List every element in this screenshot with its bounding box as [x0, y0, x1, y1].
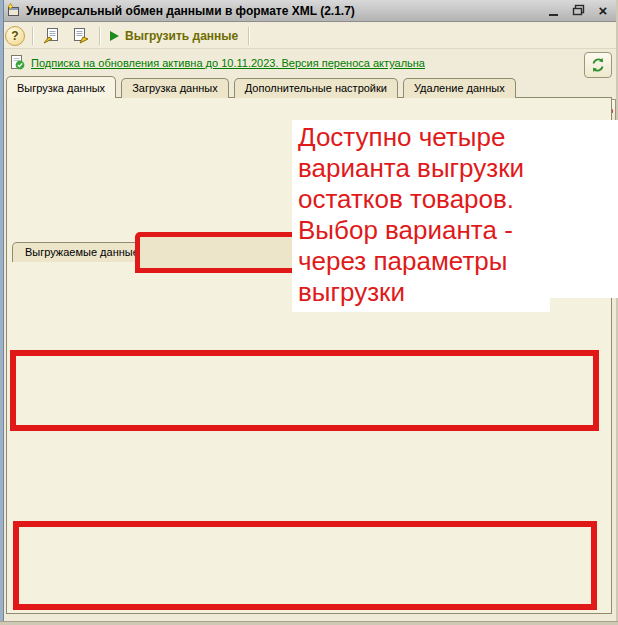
title-bar: Универсальный обмен данными в формате XM… — [0, 0, 618, 22]
app-window: Универсальный обмен данными в формате XM… — [0, 0, 618, 625]
play-icon — [110, 31, 119, 41]
annotation-text: Доступно четыре варианта выгрузки остатк… — [298, 122, 618, 308]
window-border — [0, 621, 618, 625]
restore-icon[interactable] — [572, 4, 586, 18]
window-title: Универсальный обмен данными в формате XM… — [26, 4, 548, 18]
minimize-icon[interactable] — [548, 4, 562, 18]
document-arrow-in-icon — [43, 27, 61, 44]
refresh-icon — [590, 57, 606, 73]
tab-exported-data[interactable]: Выгружаемые данные — [12, 242, 152, 262]
tab-delete-data[interactable]: Удаление данных — [403, 78, 516, 98]
document-arrow-out-icon — [71, 27, 89, 44]
subscription-link[interactable]: Подписка на обновления активна до 10.11.… — [31, 57, 425, 69]
load-settings-button[interactable] — [40, 25, 64, 47]
export-data-button[interactable]: Выгрузить данные — [107, 25, 241, 47]
main-tabs: Выгрузка данных Загрузка данных Дополнит… — [6, 77, 516, 98]
annotation-rect-rows-top — [10, 350, 599, 431]
main-toolbar: ? Выгрузить данные — [0, 23, 618, 49]
document-check-icon — [10, 54, 25, 72]
save-settings-button[interactable] — [68, 25, 92, 47]
tab-import-data[interactable]: Загрузка данных — [121, 78, 229, 98]
annotation-rect-rows-bottom — [13, 521, 597, 610]
tab-export-data[interactable]: Выгрузка данных — [6, 76, 116, 98]
tab-extra-settings[interactable]: Дополнительные настройки — [234, 78, 398, 98]
help-button[interactable]: ? — [5, 26, 25, 46]
window-icon — [6, 3, 20, 19]
annotation-rect-tab — [135, 232, 297, 273]
window-border — [0, 0, 4, 625]
close-icon[interactable]: × — [596, 4, 610, 18]
refresh-subscription-button[interactable] — [584, 52, 612, 78]
